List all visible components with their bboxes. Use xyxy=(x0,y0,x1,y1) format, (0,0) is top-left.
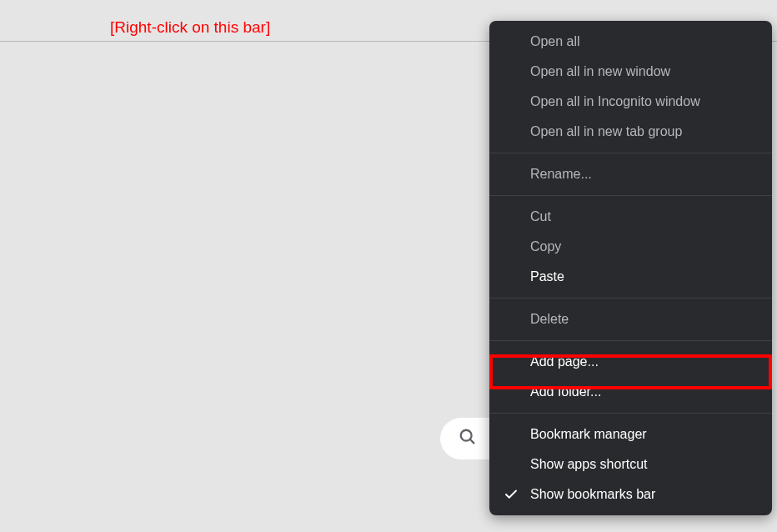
menu-item-open-all-incognito[interactable]: Open all in Incognito window xyxy=(489,87,772,117)
menu-item-paste[interactable]: Paste xyxy=(489,262,772,292)
menu-group-view: Bookmark manager Show apps shortcut Show… xyxy=(489,414,772,515)
instruction-hint: [Right-click on this bar] xyxy=(110,18,270,37)
menu-item-open-all-tab-group[interactable]: Open all in new tab group xyxy=(489,117,772,147)
menu-item-add-page[interactable]: Add page... xyxy=(489,347,772,377)
menu-item-bookmark-manager[interactable]: Bookmark manager xyxy=(489,419,772,449)
menu-item-add-folder[interactable]: Add folder... xyxy=(489,377,772,407)
search-icon xyxy=(459,428,477,449)
menu-item-open-all[interactable]: Open all xyxy=(489,27,772,57)
context-menu: Open all Open all in new window Open all… xyxy=(489,21,772,515)
checkmark-icon xyxy=(504,487,519,502)
menu-group-delete: Delete xyxy=(489,299,772,341)
menu-item-cut[interactable]: Cut xyxy=(489,202,772,232)
menu-item-open-all-new-window[interactable]: Open all in new window xyxy=(489,57,772,87)
menu-item-label: Show bookmarks bar xyxy=(530,487,655,502)
menu-group-open: Open all Open all in new window Open all… xyxy=(489,21,772,153)
svg-line-1 xyxy=(470,439,474,444)
menu-group-edit: Cut Copy Paste xyxy=(489,196,772,299)
menu-item-delete[interactable]: Delete xyxy=(489,304,772,334)
menu-item-show-bookmarks-bar[interactable]: Show bookmarks bar xyxy=(489,479,772,509)
search-bubble[interactable] xyxy=(440,418,492,459)
menu-group-add: Add page... Add folder... xyxy=(489,341,772,414)
menu-item-show-apps-shortcut[interactable]: Show apps shortcut xyxy=(489,449,772,479)
menu-group-rename: Rename... xyxy=(489,153,772,196)
menu-item-copy[interactable]: Copy xyxy=(489,232,772,262)
menu-item-rename[interactable]: Rename... xyxy=(489,159,772,189)
